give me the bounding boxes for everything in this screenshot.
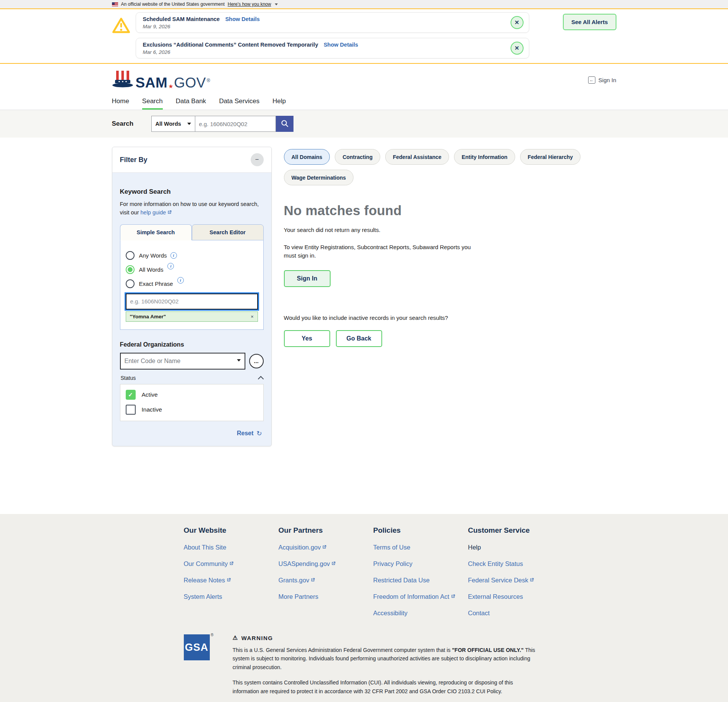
info-icon[interactable]: i xyxy=(170,252,177,259)
info-icon[interactable]: i xyxy=(167,263,174,269)
nav-item-home[interactable]: Home xyxy=(112,97,129,110)
reset-link[interactable]: Reset xyxy=(237,430,254,437)
domain-tab-federal-assistance[interactable]: Federal Assistance xyxy=(385,149,449,165)
chevron-down-icon[interactable] xyxy=(275,3,278,5)
search-icon xyxy=(280,119,289,129)
registered-mark: ® xyxy=(207,78,210,83)
keyword-search-title: Keyword Search xyxy=(120,188,264,196)
footer-link-usaspending-gov[interactable]: USASpending.gov xyxy=(279,560,373,567)
external-link-icon xyxy=(226,577,231,584)
tab-search-editor[interactable]: Search Editor xyxy=(192,224,264,240)
external-link-icon xyxy=(310,577,315,584)
footer-link-system-alerts[interactable]: System Alerts xyxy=(184,593,279,600)
alert-card: Scheduled SAM Maintenance Show Details M… xyxy=(136,12,529,33)
radio-exact-phrase-label: Exact Phrase xyxy=(139,280,173,287)
sign-in-link[interactable]: ← Sign In xyxy=(588,76,616,84)
footer-link-federal-service-desk[interactable]: Federal Service Desk xyxy=(468,577,563,584)
show-details-link[interactable]: Show Details xyxy=(225,16,259,22)
more-options-button[interactable]: ... xyxy=(249,354,264,368)
footer-link-more-partners[interactable]: More Partners xyxy=(279,593,373,600)
federal-organizations-input[interactable] xyxy=(120,353,245,370)
filter-panel: Filter By − Keyword Search For more info… xyxy=(112,147,272,446)
yes-button[interactable]: Yes xyxy=(284,330,330,347)
nav-item-data-services[interactable]: Data Services xyxy=(219,97,259,110)
uncle-sam-hat-icon xyxy=(112,70,133,90)
footer-link-help[interactable]: Help xyxy=(468,544,563,551)
nav-item-help[interactable]: Help xyxy=(272,97,286,110)
sign-in-button[interactable]: Sign In xyxy=(284,270,331,287)
ellipsis-icon: ... xyxy=(254,358,259,364)
info-icon[interactable]: i xyxy=(177,277,184,284)
footer-link-accessibility[interactable]: Accessibility xyxy=(373,610,468,617)
status-option-inactive[interactable]: Inactive xyxy=(126,405,258,415)
footer-link-our-community[interactable]: Our Community xyxy=(184,560,279,567)
alert-title: Scheduled SAM Maintenance xyxy=(143,16,220,22)
chevron-up-icon[interactable] xyxy=(258,376,264,382)
footer-link-terms-of-use[interactable]: Terms of Use xyxy=(373,544,468,551)
status-options: ✓ Active Inactive xyxy=(120,384,264,421)
sam-gov-logo[interactable]: SAM★GOV® xyxy=(112,70,211,90)
brand-gov: GOV xyxy=(174,76,206,90)
domain-tab-entity-information[interactable]: Entity Information xyxy=(454,149,515,165)
keyword-tag: "Yomna Amer" × xyxy=(126,311,258,322)
status-active-label: Active xyxy=(142,391,158,398)
footer-link-contact[interactable]: Contact xyxy=(468,610,563,617)
footer-link-grants-gov[interactable]: Grants.gov xyxy=(279,577,373,584)
status-section-title: Status xyxy=(121,375,136,381)
collapse-filters-button[interactable]: − xyxy=(251,153,264,166)
warning-triangle-icon: ⚠ xyxy=(233,634,238,641)
global-search-input[interactable] xyxy=(195,116,276,132)
remove-tag-icon[interactable]: × xyxy=(251,314,254,319)
sign-in-required-text: To view Entity Registrations, Subcontrac… xyxy=(284,243,473,260)
help-guide-link[interactable]: help guide xyxy=(141,209,172,216)
domain-tab-wage-determinations[interactable]: Wage Determinations xyxy=(284,170,354,185)
alert-close-button[interactable]: ✕ xyxy=(511,42,524,55)
see-all-alerts-button[interactable]: See All Alerts xyxy=(563,14,616,30)
search-submit-button[interactable] xyxy=(276,116,293,132)
checkbox-checked-icon[interactable]: ✓ xyxy=(126,390,136,400)
footer-link-about-this-site[interactable]: About This Site xyxy=(184,544,279,551)
radio-all-words-label: All Words xyxy=(139,266,164,273)
gov-banner-text: An official website of the United States… xyxy=(121,2,225,7)
domain-tab-all-domains[interactable]: All Domains xyxy=(284,149,330,165)
domain-tab-contracting[interactable]: Contracting xyxy=(335,149,380,165)
checkbox-unchecked-icon[interactable] xyxy=(126,405,136,415)
no-results-text: Your search did not return any results. xyxy=(284,226,616,235)
chevron-down-icon[interactable] xyxy=(237,359,241,362)
keyword-search-input[interactable] xyxy=(126,293,258,310)
radio-any-words[interactable] xyxy=(126,251,135,260)
tab-simple-search[interactable]: Simple Search xyxy=(120,224,192,240)
federal-organizations-title: Federal Organizations xyxy=(120,341,264,348)
footer-link-release-notes[interactable]: Release Notes xyxy=(184,577,279,584)
external-link-icon xyxy=(529,577,534,584)
include-inactive-question: Would you like to include inactive recor… xyxy=(284,315,616,321)
radio-all-words[interactable] xyxy=(126,265,135,274)
footer-link-privacy-policy[interactable]: Privacy Policy xyxy=(373,560,468,567)
nav-item-data-bank[interactable]: Data Bank xyxy=(176,97,206,110)
footer-link-check-entity-status[interactable]: Check Entity Status xyxy=(468,560,563,567)
gov-banner: An official website of the United States… xyxy=(0,0,728,9)
filter-by-title: Filter By xyxy=(120,156,148,164)
footer-link-foia[interactable]: Freedom of Information Act xyxy=(373,593,468,600)
domain-tab-federal-hierarchy[interactable]: Federal Hierarchy xyxy=(520,149,580,165)
gsa-logo: GSA ® xyxy=(184,634,210,702)
search-scope-select[interactable]: All Words xyxy=(151,116,195,132)
show-details-link[interactable]: Show Details xyxy=(324,42,358,48)
refresh-icon[interactable]: ↻ xyxy=(256,430,262,438)
nav-item-search[interactable]: Search xyxy=(142,97,163,110)
footer-col-title: Our Partners xyxy=(279,526,373,535)
alert-date: Mar 6, 2026 xyxy=(143,49,358,55)
footer-link-external-resources[interactable]: External Resources xyxy=(468,593,563,600)
sign-in-label: Sign In xyxy=(598,77,616,83)
external-link-icon xyxy=(229,560,234,567)
footer-link-acquisition-gov[interactable]: Acquisition.gov xyxy=(279,544,373,551)
search-label: Search xyxy=(112,120,151,128)
how-you-know-link[interactable]: Here's how you know xyxy=(228,2,271,7)
radio-exact-phrase[interactable] xyxy=(126,279,135,288)
external-link-icon xyxy=(331,560,336,567)
alert-close-button[interactable]: ✕ xyxy=(511,16,524,29)
footer-link-restricted-data-use[interactable]: Restricted Data Use xyxy=(373,577,468,584)
go-back-button[interactable]: Go Back xyxy=(336,330,382,347)
status-option-active[interactable]: ✓ Active xyxy=(126,390,258,400)
brand-sam: SAM xyxy=(136,76,168,90)
